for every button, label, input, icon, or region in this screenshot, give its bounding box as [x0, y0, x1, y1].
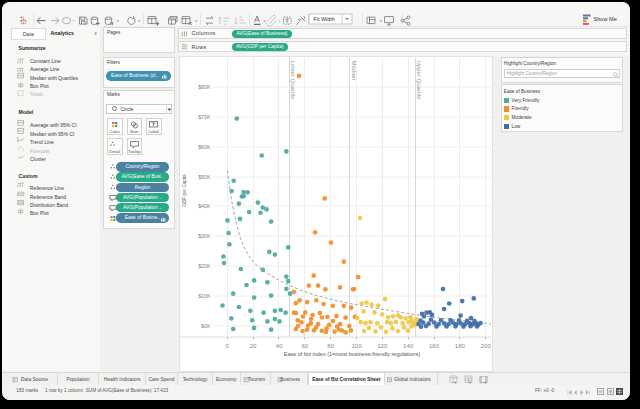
- svg-text:Upper Quartile: Upper Quartile: [416, 60, 422, 100]
- svg-text:Lower Quartile: Lower Quartile: [290, 60, 296, 100]
- svg-text:$30K: $30K: [198, 233, 211, 239]
- svg-text:Show Me: Show Me: [594, 16, 617, 22]
- svg-text:$70K: $70K: [198, 113, 211, 119]
- svg-text:100: 100: [351, 341, 362, 348]
- svg-text:$50K: $50K: [198, 173, 211, 179]
- svg-text:80: 80: [327, 341, 334, 348]
- svg-text:0: 0: [226, 341, 230, 348]
- svg-text:$20K: $20K: [198, 263, 211, 269]
- svg-text:Median: Median: [351, 60, 357, 80]
- svg-text:140: 140: [403, 341, 414, 348]
- svg-text:120: 120: [377, 341, 388, 348]
- svg-text:$40K: $40K: [198, 203, 211, 209]
- svg-text:20: 20: [250, 341, 257, 348]
- svg-text:160: 160: [429, 341, 440, 348]
- svg-text:$80K: $80K: [198, 84, 211, 90]
- svg-text:$0K: $0K: [201, 322, 211, 328]
- svg-text:60: 60: [301, 341, 308, 348]
- svg-text:$10K: $10K: [198, 292, 211, 298]
- svg-text:$60K: $60K: [198, 143, 211, 149]
- svg-text:Ease of biz index (1=most busi: Ease of biz index (1=most business-frien…: [284, 351, 421, 357]
- svg-text:200: 200: [481, 341, 492, 348]
- svg-text:180: 180: [455, 341, 466, 348]
- svg-text:Fit Width: Fit Width: [314, 16, 335, 22]
- svg-text:40: 40: [276, 341, 283, 348]
- svg-text:GDP per Capita: GDP per Capita: [182, 173, 187, 206]
